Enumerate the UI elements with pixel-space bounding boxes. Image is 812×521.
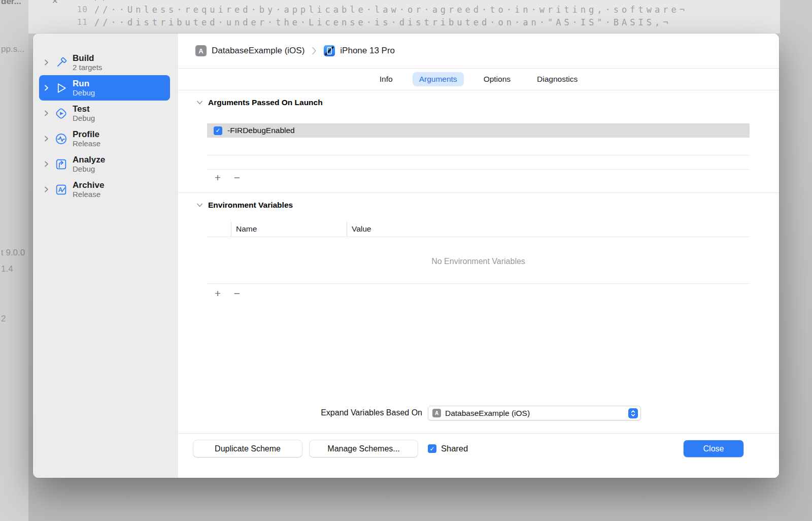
archive-icon: A (54, 183, 68, 197)
argument-checkbox[interactable]: ✓ (214, 126, 222, 135)
shared-checkbox[interactable]: ✓ (428, 444, 436, 453)
svg-text:A: A (58, 186, 62, 193)
hammer-icon (54, 56, 68, 70)
check-icon: ✓ (429, 445, 434, 452)
sidebar-item-run[interactable]: Run Debug (39, 75, 170, 101)
sidebar-item-subtitle: Debug (73, 88, 95, 97)
arguments-panel: Arguments Passed On Launch ✓ -FIRDebugEn… (178, 90, 779, 433)
column-separator (347, 222, 347, 236)
chevron-right-icon (312, 46, 317, 55)
line-number: 10 (28, 5, 88, 14)
background-text-fragment: 1.4 (1, 264, 13, 274)
table-divider (207, 155, 750, 155)
scheme-breadcrumb: A DatabaseExample (iOS) iPhone 13 Pro (178, 34, 779, 69)
chevron-right-icon[interactable] (44, 84, 50, 91)
scheme-editor-dialog: Build 2 targets Run Debug (33, 34, 779, 478)
sidebar-item-test[interactable]: Test Debug (39, 101, 170, 126)
diamond-play-icon (54, 107, 68, 120)
environment-add-remove: + − (213, 288, 242, 299)
check-icon: ✓ (215, 127, 220, 134)
section-title-arguments: Arguments Passed On Launch (208, 98, 323, 107)
tab-info[interactable]: Info (373, 72, 399, 86)
sidebar-item-title: Analyze (73, 155, 105, 165)
chevron-down-icon[interactable] (196, 100, 203, 105)
tab-bar: Info Arguments Options Diagnostics (178, 69, 779, 90)
add-button[interactable]: + (213, 173, 223, 183)
background-text-fragment: pp.s... (1, 44, 24, 54)
shared-label: Shared (441, 444, 468, 453)
background-text-fragment: 2 (1, 314, 6, 324)
simulator-icon (324, 45, 335, 56)
app-icon: A (195, 45, 207, 56)
add-button[interactable]: + (213, 288, 223, 299)
background-code-editor: ✕ 9 // 10 //··Unless·required·by·applica… (28, 0, 780, 34)
scheme-sidebar: Build 2 targets Run Debug (33, 34, 178, 478)
chevron-right-icon[interactable] (44, 186, 50, 193)
column-header-value: Value (352, 224, 371, 234)
scheme-name: DatabaseExample (iOS) (212, 46, 304, 56)
argument-label: -FIRDebugEnabled (227, 126, 295, 135)
scheme-editor-pane: A DatabaseExample (iOS) iPhone 13 Pro In… (178, 34, 779, 478)
line-number: 9 (28, 0, 88, 2)
background-right-strip (780, 0, 812, 521)
line-number: 11 (28, 17, 88, 27)
empty-state-text: No Environment Variables (207, 257, 750, 266)
code-text: //··Unless·required·by·applicable·law·or… (94, 5, 688, 15)
column-header-name: Name (236, 224, 257, 234)
argument-row[interactable]: ✓ -FIRDebugEnabled (207, 123, 750, 138)
sidebar-item-subtitle: Release (73, 139, 100, 148)
tab-diagnostics[interactable]: Diagnostics (530, 72, 584, 86)
sidebar-item-title: Run (73, 79, 95, 88)
chevron-down-icon[interactable] (196, 203, 203, 208)
expand-variables-dropdown[interactable]: A DatabaseExample (iOS) (428, 406, 641, 420)
table-divider (207, 237, 750, 237)
sidebar-item-title: Profile (73, 129, 100, 139)
chevron-right-icon[interactable] (44, 110, 50, 117)
close-button[interactable]: Close (684, 440, 743, 457)
sidebar-item-archive[interactable]: A Archive Release (39, 177, 170, 202)
sidebar-item-subtitle: Debug (73, 165, 105, 173)
duplicate-scheme-button[interactable]: Duplicate Scheme (193, 440, 302, 457)
remove-button[interactable]: − (232, 173, 242, 183)
table-divider (207, 169, 750, 170)
section-title-environment: Environment Variables (208, 201, 293, 210)
background-text-fragment: t 9.0.0 (1, 248, 25, 258)
play-icon (54, 81, 68, 95)
arguments-add-remove: + − (213, 173, 242, 183)
code-line: 10 //··Unless·required·by·applicable·law… (28, 5, 780, 17)
pulse-icon (54, 132, 68, 146)
background-left-panel: der... pp.s... t 9.0.0 1.4 2 (0, 0, 28, 521)
code-line: 9 // (28, 0, 780, 5)
chevron-right-icon[interactable] (44, 135, 50, 142)
column-separator (231, 222, 231, 236)
sidebar-item-title: Build (73, 53, 102, 63)
background-tab-title: der... (1, 0, 21, 7)
table-divider (207, 283, 750, 284)
dropdown-stepper-icon (628, 408, 638, 418)
remove-button[interactable]: − (232, 288, 242, 299)
sidebar-item-title: Test (73, 104, 95, 114)
sidebar-item-subtitle: 2 targets (73, 63, 102, 72)
sidebar-item-title: Archive (73, 180, 104, 190)
destination-name: iPhone 13 Pro (340, 46, 395, 56)
code-text: //··distributed·under·the·License·is·dis… (94, 17, 671, 27)
expand-variables-label: Expand Variables Based On (313, 408, 422, 417)
sidebar-item-build[interactable]: Build 2 targets (39, 50, 170, 75)
sidebar-item-subtitle: Debug (73, 114, 95, 122)
code-line: 11 //··distributed·under·the·License·is·… (28, 17, 780, 30)
chevron-right-icon[interactable] (44, 59, 50, 66)
chevron-right-icon[interactable] (44, 160, 50, 168)
manage-schemes-button[interactable]: Manage Schemes... (310, 440, 418, 457)
section-divider (178, 192, 779, 193)
analyze-icon (54, 157, 68, 171)
sidebar-item-profile[interactable]: Profile Release (39, 126, 170, 151)
app-icon: A (432, 409, 441, 417)
tab-arguments[interactable]: Arguments (413, 72, 464, 86)
dropdown-selected-value: DatabaseExample (iOS) (445, 409, 530, 418)
tab-options[interactable]: Options (477, 72, 517, 86)
code-text: // (94, 0, 111, 2)
dialog-footer: Duplicate Scheme Manage Schemes... ✓ Sha… (178, 433, 779, 478)
sidebar-item-analyze[interactable]: Analyze Debug (39, 151, 170, 177)
sidebar-item-subtitle: Release (73, 190, 104, 199)
